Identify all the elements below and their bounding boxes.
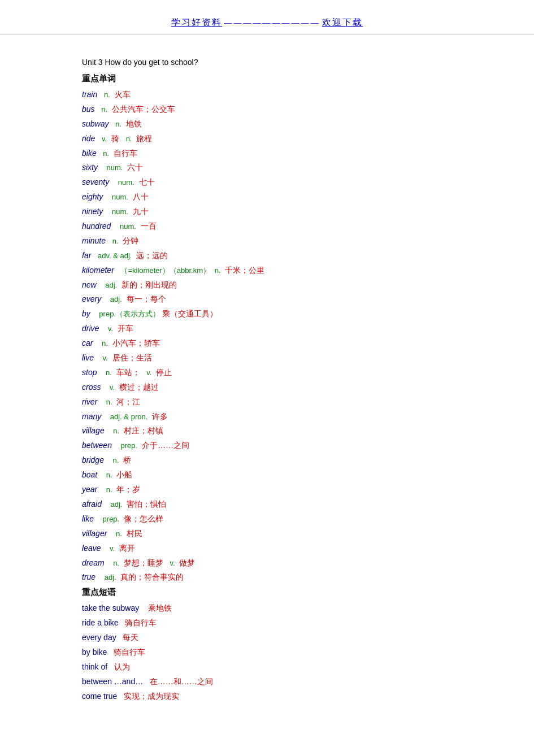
vocab-kilometer: kilometer （=kilometer）（abbr.km） n. 千米；公里 bbox=[82, 263, 452, 278]
phrase-come-true: come true 实现；成为现实 bbox=[82, 689, 452, 704]
unit-title: Unit 3 How do you get to school? bbox=[82, 58, 452, 67]
vocab-minute: minute n. 分钟 bbox=[82, 234, 452, 249]
phrase-between-and: between …and… 在……和……之间 bbox=[82, 675, 452, 689]
vocab-cross: cross v. 横过；越过 bbox=[82, 380, 452, 395]
vocab-leave: leave v. 离开 bbox=[82, 541, 452, 556]
vocab-villager: villager n. 村民 bbox=[82, 527, 452, 541]
vocab-train: train n. 火车 bbox=[82, 88, 452, 102]
vocab-far: far adv. & adj. 远；远的 bbox=[82, 249, 452, 263]
vocab-drive: drive v. 开车 bbox=[82, 321, 452, 336]
vocab-new: new adj. 新的；刚出现的 bbox=[82, 278, 452, 293]
vocab-eighty: eighty num. 八十 bbox=[82, 190, 452, 205]
vocab-by: by prep.（表示方式） 乘（交通工具） bbox=[82, 307, 452, 321]
vocab-live: live v. 居住；生活 bbox=[82, 351, 452, 366]
vocab-bus: bus n. 公共汽车；公交车 bbox=[82, 102, 452, 117]
header-dashes: —————————— bbox=[224, 19, 320, 27]
vocab-ride: ride v. 骑 n. 旅程 bbox=[82, 132, 452, 146]
vocab-year: year n. 年；岁 bbox=[82, 483, 452, 497]
vocab-like: like prep. 像；怎么样 bbox=[82, 512, 452, 527]
vocab-many: many adj. & pron. 许多 bbox=[82, 410, 452, 424]
vocab-ninety: ninety num. 九十 bbox=[82, 205, 452, 219]
vocab-between: between prep. 介于……之间 bbox=[82, 438, 452, 453]
vocab-dream: dream n. 梦想；睡梦 v. 做梦 bbox=[82, 556, 452, 571]
vocab-afraid: afraid adj. 害怕；惧怕 bbox=[82, 497, 452, 512]
phrase-take-subway: take the subway 乘地铁 bbox=[82, 601, 452, 616]
page-header: 学习好资料 —————————— 欢迎下载 bbox=[0, 11, 534, 35]
vocab-stop: stop n. 车站； v. 停止 bbox=[82, 366, 452, 380]
vocab-bridge: bridge n. 桥 bbox=[82, 453, 452, 468]
vocab-bike: bike n. 自行车 bbox=[82, 146, 452, 161]
vocab-village: village n. 村庄；村镇 bbox=[82, 424, 452, 438]
vocab-sixty: sixty num. 六十 bbox=[82, 160, 452, 175]
vocab-river: river n. 河；江 bbox=[82, 395, 452, 410]
header-right: 欢迎下载 bbox=[322, 18, 363, 27]
phrase-ride-bike: ride a bike 骑自行车 bbox=[82, 616, 452, 631]
section1-title: 重点单词 bbox=[82, 73, 452, 84]
vocab-car: car n. 小汽车；轿车 bbox=[82, 336, 452, 351]
vocab-hundred: hundred num. 一百 bbox=[82, 219, 452, 234]
vocab-subway: subway n. 地铁 bbox=[82, 117, 452, 132]
phrase-think-of: think of 认为 bbox=[82, 660, 452, 675]
main-content: Unit 3 How do you get to school? 重点单词 tr… bbox=[0, 52, 534, 710]
phrase-every-day: every day 每天 bbox=[82, 631, 452, 645]
vocab-every: every adj. 每一；每个 bbox=[82, 292, 452, 307]
vocab-true: true adj. 真的；符合事实的 bbox=[82, 570, 452, 585]
phrase-by-bike: by bike 骑自行车 bbox=[82, 645, 452, 660]
vocab-boat: boat n. 小船 bbox=[82, 468, 452, 483]
section2-title: 重点短语 bbox=[82, 587, 452, 598]
header-left: 学习好资料 bbox=[171, 18, 222, 27]
vocab-seventy: seventy num. 七十 bbox=[82, 175, 452, 190]
